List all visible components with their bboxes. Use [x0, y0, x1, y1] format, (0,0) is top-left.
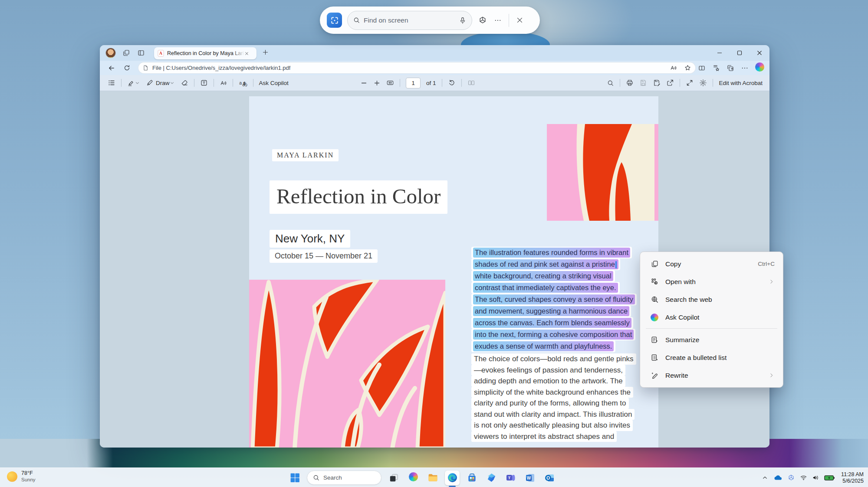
translate-icon: aあA — [239, 79, 247, 87]
save-button[interactable] — [639, 79, 647, 87]
highlighter-button[interactable] — [127, 79, 140, 87]
tray-onedrive[interactable] — [773, 473, 783, 483]
tray-battery[interactable] — [824, 475, 835, 481]
address-bar[interactable]: File | C:Users/Onedrive/s_izza/lovegived… — [138, 62, 696, 74]
vertical-tabs-icon[interactable] — [137, 49, 145, 57]
menu-item-copy[interactable]: CopyCtrl+C — [642, 255, 781, 273]
highlighted-line[interactable]: shades of red and pink set against a pri… — [471, 258, 637, 270]
menu-item-ask-copilot[interactable]: Ask Copilot — [642, 308, 781, 326]
paragraph-line: The choice of colors—bold reds and gentl… — [471, 353, 633, 365]
menu-item-open-with[interactable]: Open with — [642, 273, 781, 291]
taskbar-app-copilot[interactable] — [406, 471, 421, 485]
close-button[interactable] — [750, 45, 769, 61]
highlighted-line[interactable]: across the canvas. Each form blends seam… — [471, 317, 637, 329]
search-button[interactable] — [607, 79, 614, 87]
read-aloud-icon[interactable] — [670, 64, 677, 72]
highlighted-paragraph[interactable]: The illustration features rounded forms … — [471, 247, 637, 352]
ask-copilot-button[interactable]: Ask Copilot — [259, 80, 289, 86]
favorite-star-icon[interactable] — [684, 64, 691, 72]
split-screen-icon[interactable] — [698, 64, 706, 72]
more-icon[interactable] — [741, 64, 749, 72]
refresh-button[interactable] — [123, 64, 131, 72]
tab-stack-icon[interactable] — [122, 49, 130, 57]
sun-icon — [7, 471, 17, 482]
edit-with-acrobat-button[interactable]: Edit with Acrobat — [719, 80, 763, 86]
text-box-button[interactable] — [200, 79, 208, 87]
taskbar-app-start[interactable] — [287, 471, 302, 485]
taskbar-app-microsoft-365[interactable] — [484, 471, 499, 485]
find-on-screen-input[interactable] — [364, 16, 450, 24]
taskbar-app-task-view[interactable] — [386, 471, 401, 485]
draw-pen-button[interactable]: Draw — [146, 79, 175, 87]
profile-avatar[interactable] — [106, 48, 115, 58]
highlighted-line[interactable]: exudes a sense of warmth and playfulness… — [471, 340, 637, 352]
of-1-button[interactable]: of 1 — [426, 80, 436, 86]
zoom-in-button[interactable] — [373, 79, 381, 87]
highlighted-line[interactable]: and movement, suggesting a harmonious da… — [471, 305, 637, 317]
chevron-down-icon[interactable] — [135, 80, 140, 86]
menu-item-search-the-web[interactable]: Search the web — [642, 291, 781, 308]
highlighted-line[interactable]: The soft, curved shapes convey a sense o… — [471, 294, 637, 305]
tray-volume[interactable] — [812, 474, 819, 481]
divider — [194, 79, 194, 87]
highlighted-line[interactable]: white background, creating a striking vi… — [471, 270, 637, 282]
back-button[interactable] — [108, 64, 115, 72]
highlighted-line[interactable]: contrast that immediately captivates the… — [471, 282, 637, 294]
maximize-button[interactable] — [730, 45, 750, 61]
page-number-input[interactable]: 1 — [406, 78, 421, 88]
share-button[interactable] — [666, 79, 674, 87]
visual-search-icon[interactable] — [478, 16, 487, 25]
rotate-icon — [448, 79, 456, 87]
tray-tray-chevron[interactable] — [762, 474, 768, 481]
browser-tab[interactable]: A Reflection in Color by Maya Larki — [154, 47, 256, 59]
screen-search-icon[interactable] — [327, 13, 342, 28]
weather-widget[interactable]: 78°F Sunny — [7, 470, 36, 483]
highlighted-line[interactable]: The illustration features rounded forms … — [471, 247, 637, 258]
zoom-in-icon — [373, 79, 381, 87]
menu-item-rewrite[interactable]: Rewrite — [642, 366, 781, 384]
address-url[interactable]: File | C:Users/Onedrive/s_izza/lovegived… — [152, 65, 290, 71]
tab-close-icon[interactable] — [244, 51, 249, 56]
copilot-icon — [650, 314, 659, 321]
taskbar-app-store[interactable] — [464, 471, 479, 485]
rotate-button[interactable] — [448, 79, 456, 87]
fit-width-button[interactable] — [386, 79, 394, 87]
taskbar-app-file-explorer[interactable] — [425, 471, 440, 485]
expand-button[interactable] — [686, 79, 694, 87]
menu-item-create-a-bulleted-list[interactable]: Create a bulleted list — [642, 349, 781, 366]
eraser-button[interactable] — [181, 79, 188, 87]
two-pages-button[interactable] — [467, 79, 475, 87]
print-button[interactable] — [626, 79, 634, 87]
fit-width-icon — [386, 79, 394, 87]
translate-button[interactable]: aあA — [239, 79, 247, 87]
taskbar: 78°F Sunny SearchTWO 11:28 AM 5/6/2025 — [0, 467, 868, 487]
tray-visual-search[interactable] — [787, 474, 795, 482]
save-as-button[interactable] — [653, 79, 661, 87]
menu-item-summarize[interactable]: Summarize — [642, 331, 781, 349]
more-icon[interactable] — [494, 16, 502, 24]
highlighted-line[interactable]: into the next, forming a cohesive compos… — [471, 329, 637, 340]
second-paragraph: The choice of colors—bold reds and gentl… — [471, 353, 633, 442]
taskbar-search[interactable]: Search — [307, 471, 381, 485]
read-aloud-button[interactable] — [220, 79, 227, 87]
taskbar-app-word[interactable]: W — [523, 471, 538, 485]
close-icon[interactable] — [516, 16, 523, 24]
tray-wifi[interactable] — [800, 474, 807, 481]
toc-button[interactable] — [108, 79, 115, 87]
taskbar-app-outlook[interactable]: O — [542, 471, 557, 485]
web-capture-icon[interactable] — [727, 64, 734, 72]
zoom-out-button[interactable] — [360, 79, 368, 87]
taskbar-app-edge[interactable] — [445, 471, 460, 485]
mic-icon[interactable] — [459, 16, 467, 24]
collections-icon[interactable] — [712, 64, 720, 72]
store-icon — [467, 473, 477, 483]
minimize-button[interactable] — [710, 45, 730, 61]
edge-icon — [447, 472, 458, 483]
chevron-down-icon[interactable] — [169, 80, 175, 86]
new-tab-button[interactable] — [262, 49, 269, 56]
taskbar-app-teams[interactable]: T — [503, 471, 518, 485]
taskbar-clock[interactable]: 11:28 AM 5/6/2025 — [841, 471, 864, 484]
clock-date: 5/6/2025 — [841, 478, 864, 484]
copilot-icon[interactable] — [755, 62, 764, 73]
settings-button[interactable] — [699, 79, 707, 87]
